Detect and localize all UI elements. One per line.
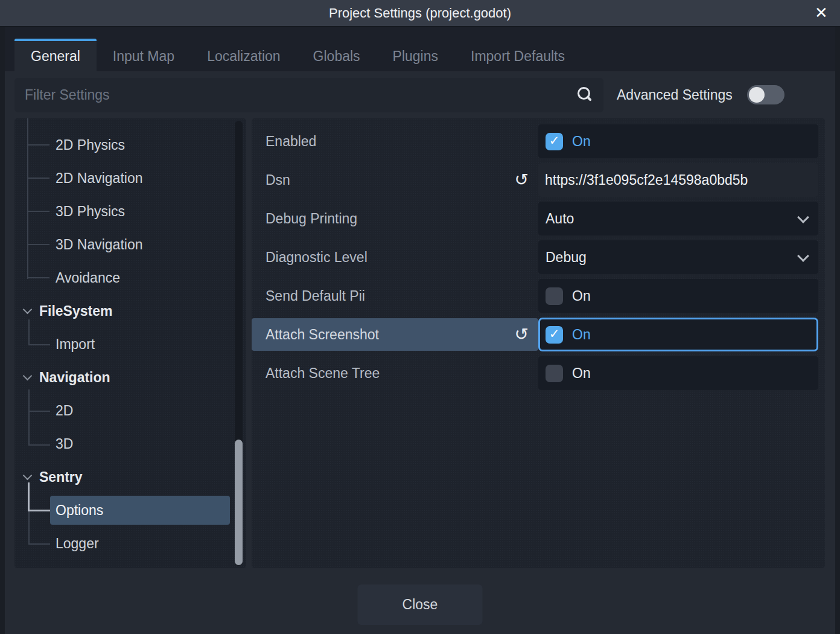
chevron-down-icon — [23, 371, 33, 381]
property-label[interactable]: Send Default Pii — [252, 280, 538, 312]
dsn-input[interactable] — [545, 172, 812, 188]
check-icon: ✓ — [549, 133, 560, 148]
property-label[interactable]: Attach Screenshot ↺ — [252, 318, 538, 351]
tab-bar: General Input Map Localization Globals P… — [5, 27, 835, 71]
property-row-send-default-pii: Send Default Pii On — [252, 277, 825, 315]
attach-scene-tree-checkbox[interactable] — [546, 365, 563, 382]
property-label[interactable]: Attach Scene Tree — [252, 357, 538, 389]
property-row-attach-scene-tree: Attach Scene Tree On — [252, 354, 825, 392]
tree-item-3d[interactable]: 3D — [14, 427, 237, 461]
settings-tree: 2D Physics 2D Navigation 3D Physics 3D N… — [14, 118, 246, 568]
window-edge-left — [0, 27, 5, 634]
tab-input-map[interactable]: Input Map — [97, 39, 191, 71]
attach-screenshot-value-cell[interactable]: ✓ On — [538, 318, 818, 351]
chevron-down-icon — [23, 471, 33, 481]
enabled-checkbox[interactable]: ✓ — [546, 133, 563, 150]
advanced-settings-toggle[interactable] — [747, 85, 784, 104]
tree-item-import[interactable]: Import — [14, 328, 237, 361]
check-icon: ✓ — [549, 327, 560, 341]
dropdown-value: Auto — [546, 211, 574, 227]
tree-item-3d-physics[interactable]: 3D Physics — [14, 195, 237, 228]
tree-item-2d[interactable]: 2D — [14, 394, 237, 427]
property-row-diagnostic-level: Diagnostic Level Debug — [252, 238, 825, 277]
search-icon — [578, 87, 590, 100]
tab-general[interactable]: General — [14, 39, 97, 71]
tab-import-defaults[interactable]: Import Defaults — [454, 39, 581, 71]
close-button[interactable]: Close — [358, 584, 483, 625]
titlebar: Project Settings (project.godot) ✕ — [0, 0, 840, 27]
properties-panel: Enabled ✓ On Dsn ↺ Debug Printing Auto D… — [252, 118, 825, 568]
property-row-dsn: Dsn ↺ — [252, 161, 825, 199]
property-row-enabled: Enabled ✓ On — [252, 122, 825, 161]
close-icon[interactable]: ✕ — [809, 0, 833, 26]
tree-scrollbar-thumb[interactable] — [235, 440, 243, 565]
tree-item-options[interactable]: Options — [14, 494, 237, 527]
dropdown-value: Debug — [546, 249, 587, 266]
tree-item-avoidance[interactable]: Avoidance — [14, 261, 237, 295]
advanced-settings-label: Advanced Settings — [617, 87, 733, 103]
window-edge-right — [835, 27, 840, 634]
chevron-down-icon — [797, 211, 809, 223]
property-label[interactable]: Debug Printing — [252, 202, 538, 235]
send-default-pii-value-cell[interactable]: On — [538, 279, 818, 313]
tab-globals[interactable]: Globals — [297, 39, 377, 71]
debug-printing-dropdown[interactable]: Auto — [538, 202, 818, 235]
property-row-attach-screenshot: Attach Screenshot ↺ ✓ On — [252, 315, 825, 354]
tree-item-2d-physics[interactable]: 2D Physics — [14, 129, 237, 162]
chevron-down-icon — [797, 250, 809, 262]
property-label[interactable]: Enabled — [252, 125, 538, 158]
property-row-debug-printing: Debug Printing Auto — [252, 199, 825, 238]
attach-scene-tree-value-cell[interactable]: On — [538, 356, 818, 390]
tree-item-3d-navigation[interactable]: 3D Navigation — [14, 228, 237, 261]
revert-icon[interactable]: ↺ — [515, 326, 529, 343]
revert-icon[interactable]: ↺ — [515, 171, 529, 188]
tree-item-logger[interactable]: Logger — [14, 527, 237, 560]
checkbox-state-label: On — [572, 288, 591, 304]
checkbox-state-label: On — [572, 133, 591, 150]
send-default-pii-checkbox[interactable] — [546, 287, 563, 305]
toggle-knob — [749, 87, 765, 103]
dsn-value-cell — [538, 163, 818, 197]
property-label[interactable]: Diagnostic Level — [252, 241, 538, 274]
project-settings-dialog: { "window": { "title": "Project Settings… — [0, 0, 840, 634]
tab-plugins[interactable]: Plugins — [377, 39, 454, 71]
enabled-value-cell[interactable]: ✓ On — [538, 124, 818, 158]
tree-section-sentry[interactable]: Sentry — [14, 461, 237, 494]
filter-settings-input[interactable] — [14, 78, 603, 112]
filter-toolbar: Advanced Settings — [14, 71, 826, 118]
property-label[interactable]: Dsn ↺ — [252, 164, 538, 196]
chevron-down-icon — [23, 305, 33, 315]
checkbox-state-label: On — [572, 327, 591, 343]
window-title: Project Settings (project.godot) — [0, 0, 840, 26]
attach-screenshot-checkbox[interactable]: ✓ — [546, 326, 563, 344]
tree-section-navigation[interactable]: Navigation — [14, 361, 237, 394]
tab-localization[interactable]: Localization — [191, 39, 296, 71]
diagnostic-level-dropdown[interactable]: Debug — [538, 240, 818, 274]
tree-section-filesystem[interactable]: FileSystem — [14, 295, 237, 328]
checkbox-state-label: On — [572, 365, 591, 382]
tree-item-2d-navigation[interactable]: 2D Navigation — [14, 162, 237, 195]
